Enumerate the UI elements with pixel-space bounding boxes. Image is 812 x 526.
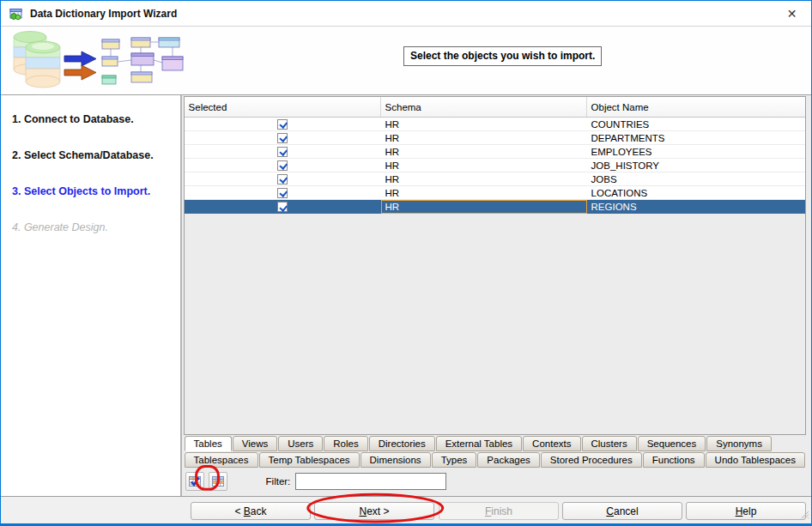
object-type-tabs-row-2: Tablespaces Temp Tablespaces Dimensions … <box>184 451 806 468</box>
schema-cell: HR <box>381 131 587 144</box>
tab-synonyms[interactable]: Synonyms <box>706 436 772 451</box>
grid-check-icon <box>188 475 202 488</box>
tab-undo-tablespaces[interactable]: Undo Tablespaces <box>706 452 805 468</box>
row-checkbox[interactable] <box>277 160 288 171</box>
close-button[interactable]: ✕ <box>773 1 811 26</box>
tab-roles[interactable]: Roles <box>324 436 367 451</box>
tab-dimensions[interactable]: Dimensions <box>361 452 431 468</box>
object-name-cell: COUNTRIES <box>587 118 805 130</box>
tab-tables[interactable]: Tables <box>185 436 232 451</box>
object-name-cell: EMPLOYEES <box>587 145 805 158</box>
schema-cell: HR <box>381 172 587 185</box>
select-all-toolbar-button[interactable] <box>185 472 204 491</box>
step-generate-design: 4. Generate Design. <box>12 221 173 234</box>
object-name-cell: REGIONS <box>587 200 805 214</box>
help-button[interactable]: Help <box>686 502 806 520</box>
tab-contexts[interactable]: Contexts <box>523 436 580 451</box>
objects-table: Selected Schema Object Name HR COUNTRIES… <box>184 96 806 435</box>
row-checkbox[interactable] <box>277 119 288 130</box>
schema-cell: HR <box>381 186 587 199</box>
tab-external-tables[interactable]: External Tables <box>436 436 522 451</box>
tab-views[interactable]: Views <box>233 436 277 451</box>
tab-functions[interactable]: Functions <box>643 452 705 468</box>
schema-cell: HR <box>381 145 587 158</box>
filter-input[interactable] <box>295 473 446 490</box>
object-name-cell: JOBS <box>587 172 805 185</box>
table-row-regions-selected[interactable]: HR REGIONS <box>185 200 805 214</box>
table-row-departments[interactable]: HR DEPARTMENTS <box>185 131 805 145</box>
table-empty-area <box>185 214 805 434</box>
row-checkbox[interactable] <box>277 147 288 157</box>
window-title: Data Dictionary Import Wizard <box>30 8 773 20</box>
database-icon <box>14 32 60 88</box>
schema-cell-focused: HR <box>381 200 587 214</box>
tab-tablespaces[interactable]: Tablespaces <box>185 452 258 468</box>
step-select-objects: 3. Select Objects to Import. <box>12 184 173 198</box>
columns-toolbar-button[interactable] <box>209 472 227 491</box>
tab-sequences[interactable]: Sequences <box>638 436 706 451</box>
wizard-steps-panel: 1. Connect to Database. 2. Select Schema… <box>1 95 182 496</box>
resize-grip-icon[interactable] <box>799 507 809 523</box>
import-arrows-icon <box>64 51 96 80</box>
object-name-cell: LOCATIONS <box>587 186 805 199</box>
tab-users[interactable]: Users <box>278 436 323 451</box>
schema-cell: HR <box>381 118 587 130</box>
filter-toolbar: Filter: <box>184 468 806 494</box>
instruction-message: Select the objects you wish to import. <box>403 46 602 66</box>
title-bar: Data Dictionary Import Wizard ✕ <box>1 1 811 27</box>
table-row-jobs[interactable]: HR JOBS <box>185 172 805 186</box>
tab-packages[interactable]: Packages <box>477 452 540 468</box>
table-row-employees[interactable]: HR EMPLOYEES <box>185 145 805 159</box>
tab-directories[interactable]: Directories <box>369 436 435 451</box>
back-button[interactable]: < Back <box>191 502 311 520</box>
close-icon: ✕ <box>787 7 797 21</box>
button-bar: < Back Next > Finish Cancel Help <box>1 496 811 523</box>
column-header-selected[interactable]: Selected <box>185 97 381 117</box>
grid-icon <box>211 475 225 488</box>
tab-stored-procedures[interactable]: Stored Procedures <box>541 452 642 468</box>
step-select-schema: 2. Select Schema/Database. <box>12 148 173 162</box>
step-connect-to-database: 1. Connect to Database. <box>12 112 173 126</box>
tab-types[interactable]: Types <box>432 452 477 468</box>
wizard-header: Select the objects you wish to import. <box>1 27 811 95</box>
er-diagram-icon <box>102 38 183 84</box>
object-name-cell: DEPARTMENTS <box>587 131 805 144</box>
main-area: Selected Schema Object Name HR COUNTRIES… <box>182 95 811 496</box>
column-header-object-name[interactable]: Object Name <box>587 97 805 117</box>
table-row-locations[interactable]: HR LOCATIONS <box>185 186 805 200</box>
row-checkbox[interactable] <box>277 174 288 184</box>
object-type-tabs-row-1: Tables Views Users Roles Directories Ext… <box>184 435 806 451</box>
filter-label: Filter: <box>266 476 291 487</box>
tab-temp-tablespaces[interactable]: Temp Tablespaces <box>259 452 360 468</box>
row-checkbox[interactable] <box>277 202 288 212</box>
app-icon <box>9 7 23 21</box>
next-button[interactable]: Next > <box>314 502 434 520</box>
finish-button[interactable]: Finish <box>439 502 559 520</box>
row-checkbox[interactable] <box>277 188 288 198</box>
table-header: Selected Schema Object Name <box>185 97 805 118</box>
tab-clusters[interactable]: Clusters <box>582 436 637 451</box>
table-row-countries[interactable]: HR COUNTRIES <box>185 118 805 131</box>
column-header-schema[interactable]: Schema <box>381 97 587 117</box>
database-to-model-illustration <box>11 29 191 96</box>
object-name-cell: JOB_HISTORY <box>587 159 805 172</box>
wizard-window: Data Dictionary Import Wizard ✕ <box>0 0 812 526</box>
schema-cell: HR <box>381 159 587 172</box>
row-checkbox[interactable] <box>277 133 288 143</box>
cancel-button[interactable]: Cancel <box>562 502 682 520</box>
table-row-job-history[interactable]: HR JOB_HISTORY <box>185 159 805 172</box>
